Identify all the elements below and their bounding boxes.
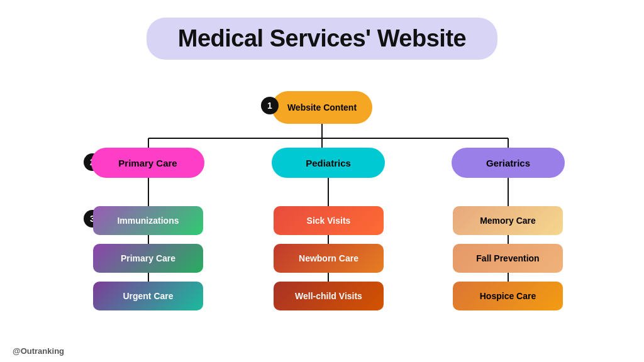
node-immunizations: Immunizations — [93, 206, 203, 235]
node-newborn-care: Newborn Care — [274, 244, 384, 273]
node-fall-prevention: Fall Prevention — [453, 244, 563, 273]
title-badge: Medical Services' Website — [147, 18, 497, 60]
root-node: Website Content — [272, 91, 372, 124]
node-geriatrics: Geriatrics — [452, 148, 565, 178]
diagram: Website Content 1 2 Primary Care Pediatr… — [0, 72, 644, 336]
node-hospice-care: Hospice Care — [453, 282, 563, 310]
node-memory-care: Memory Care — [453, 206, 563, 235]
title-area: Medical Services' Website — [0, 0, 644, 60]
page-title: Medical Services' Website — [178, 25, 466, 52]
node-urgent-care: Urgent Care — [93, 282, 203, 310]
node-primary-care-l3: Primary Care — [93, 244, 203, 273]
watermark: @Outranking — [13, 346, 64, 356]
node-well-child: Well-child Visits — [274, 282, 384, 310]
badge-1: 1 — [261, 97, 279, 114]
page: Medical Services' Website — [0, 0, 644, 362]
node-pediatrics: Pediatrics — [272, 148, 385, 178]
node-primary-care-l2: Primary Care — [91, 148, 204, 178]
node-sick-visits: Sick Visits — [274, 206, 384, 235]
